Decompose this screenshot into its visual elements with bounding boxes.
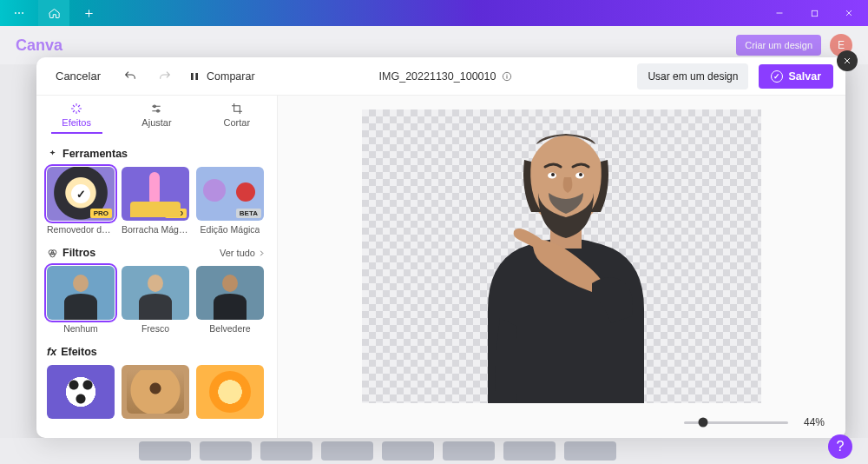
app-titlebar (0, 0, 868, 26)
pro-badge: PRO (90, 209, 112, 218)
filters-icon (47, 248, 58, 259)
effect-item-2-thumb (122, 365, 189, 419)
tab-effects-label: Efeitos (62, 117, 91, 128)
titlebar-menu-button[interactable] (3, 0, 35, 26)
svg-point-23 (579, 173, 582, 176)
filter-none-label: Nenhum (63, 323, 98, 334)
canvas-stage[interactable] (278, 96, 845, 407)
subject-image (462, 109, 670, 403)
filter-fresco[interactable]: Fresco (122, 266, 189, 334)
section-effects-header: fx Efeitos (47, 346, 266, 358)
cancel-button[interactable]: Cancelar (49, 64, 108, 88)
tab-adjust[interactable]: Ajustar (116, 96, 196, 134)
window-close-button[interactable] (833, 0, 865, 26)
svg-point-21 (551, 173, 555, 176)
chevron-right-icon (257, 249, 266, 258)
section-effects-title: Efeitos (61, 346, 97, 358)
undo-button[interactable] (118, 64, 142, 89)
effects-icon (69, 102, 83, 116)
filter-fresco-thumb (122, 266, 189, 320)
tool-magic-edit[interactable]: BETA Edição Mágica (196, 167, 264, 235)
effect-item-3-thumb (196, 365, 264, 419)
save-button[interactable]: Salvar (759, 64, 833, 89)
pro-badge: PRO (165, 209, 187, 218)
filter-fresco-label: Fresco (141, 323, 169, 334)
effect-item-3[interactable] (196, 365, 264, 419)
svg-rect-6 (507, 76, 508, 79)
svg-rect-3 (812, 10, 817, 16)
svg-point-13 (73, 275, 89, 292)
see-all-label: Ver tudo (220, 248, 255, 258)
filter-belvedere-label: Belvedere (209, 323, 250, 334)
svg-point-15 (148, 275, 163, 292)
filename-text: IMG_20221130_100010 (379, 70, 496, 83)
use-in-design-button[interactable]: Usar em um design (637, 63, 748, 89)
compare-toggle[interactable]: Comparar (187, 70, 255, 83)
compare-label: Comparar (207, 70, 255, 83)
transparent-canvas (362, 109, 761, 403)
filter-none-thumb (47, 266, 115, 320)
tool-bg-remover-label: Removedor de ... (47, 224, 115, 235)
svg-point-1 (18, 12, 20, 14)
tool-magic-eraser[interactable]: PRO Borracha Mágica (122, 167, 189, 235)
photo-editor-modal: Cancelar Comparar IMG_20221130_100010 Us… (36, 57, 845, 438)
effect-item-2[interactable] (122, 365, 189, 419)
zoom-slider-knob[interactable] (698, 418, 707, 428)
tab-crop-label: Cortar (224, 117, 251, 128)
tab-effects[interactable]: Efeitos (36, 96, 116, 134)
effect-item-1[interactable] (47, 365, 115, 419)
titlebar-new-tab-button[interactable] (73, 0, 104, 26)
zoom-slider[interactable] (684, 421, 788, 424)
section-tools-title: Ferramentas (62, 148, 128, 160)
effect-item-1-thumb (47, 365, 115, 419)
titlebar-home-tab[interactable] (38, 0, 69, 26)
app-logo: Canva (16, 36, 62, 55)
tab-adjust-label: Ajustar (141, 117, 171, 128)
crop-icon (230, 102, 244, 116)
filename-display: IMG_20221130_100010 (379, 70, 514, 83)
filter-belvedere[interactable]: Belvedere (196, 266, 264, 334)
tab-crop[interactable]: Cortar (197, 96, 277, 134)
tool-magic-eraser-thumb: PRO (122, 167, 189, 221)
panel-scroll-area[interactable]: Ferramentas PRO Removedor de ... PRO (36, 134, 277, 438)
zoom-percent: 44% (804, 416, 825, 428)
tools-row: PRO Removedor de ... PRO Borracha Mágica… (47, 167, 266, 235)
save-label: Salvar (788, 70, 821, 83)
section-tools-header: Ferramentas (47, 148, 266, 160)
filters-row: Nenhum Fresco Belvedere (47, 266, 266, 334)
filters-see-all-button[interactable]: Ver tudo (220, 248, 266, 258)
background-footer (0, 438, 868, 464)
window-maximize-button[interactable] (799, 0, 830, 26)
filter-none[interactable]: Nenhum (47, 266, 115, 334)
section-filters-header: Filtros Ver tudo (47, 247, 266, 259)
panel-tabs: Efeitos Ajustar Cortar (36, 96, 277, 134)
sparkles-icon (47, 149, 58, 160)
tool-bg-remover-thumb: PRO (47, 167, 115, 221)
svg-point-2 (22, 12, 23, 14)
svg-point-17 (222, 275, 238, 292)
window-minimize-button[interactable] (764, 0, 795, 26)
modal-close-button[interactable] (837, 50, 858, 71)
editor-side-panel: Efeitos Ajustar Cortar Ferramentas (36, 96, 278, 438)
create-design-button[interactable]: Criar um design (736, 35, 821, 56)
svg-point-0 (15, 12, 16, 14)
zoom-controls: 44% (278, 407, 845, 438)
checkmark-icon (771, 70, 783, 83)
adjust-icon (149, 102, 163, 116)
redo-button[interactable] (153, 64, 177, 89)
canvas-area: 44% (278, 96, 845, 438)
tool-bg-remover[interactable]: PRO Removedor de ... (47, 167, 115, 235)
beta-badge: BETA (236, 209, 261, 218)
editor-toolbar: Cancelar Comparar IMG_20221130_100010 Us… (36, 57, 845, 96)
section-filters-title: Filtros (62, 247, 95, 259)
svg-point-5 (507, 74, 508, 75)
effects-row (47, 365, 266, 419)
tool-magic-eraser-label: Borracha Mágica (122, 224, 189, 235)
tool-magic-edit-thumb: BETA (196, 167, 264, 221)
help-fab[interactable]: ? (828, 434, 852, 459)
filter-belvedere-thumb (196, 266, 264, 320)
info-icon[interactable] (501, 70, 513, 83)
tool-magic-edit-label: Edição Mágica (201, 224, 260, 235)
